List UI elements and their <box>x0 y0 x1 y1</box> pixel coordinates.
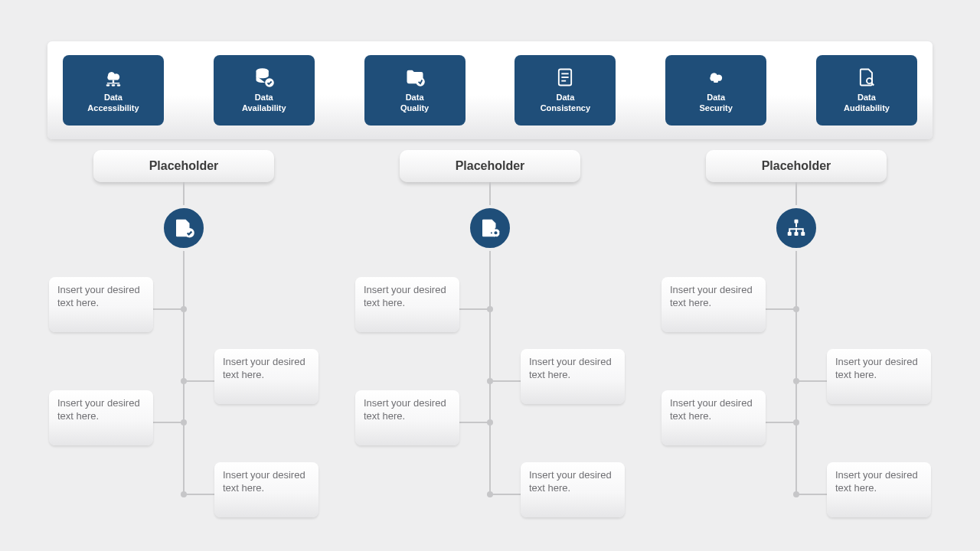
note-box: Insert your desired text here. <box>827 462 931 517</box>
connector-line <box>185 494 214 495</box>
column-title: Placeholder <box>706 150 887 182</box>
svg-rect-4 <box>107 83 119 83</box>
svg-point-13 <box>867 78 872 83</box>
document-list-icon <box>554 67 576 88</box>
note-box: Insert your desired text here. <box>355 390 459 445</box>
note-box: Insert your desired text here. <box>827 349 931 404</box>
cloud-lock-icon <box>705 67 727 88</box>
column-title: Placeholder <box>400 150 580 182</box>
column-2: Placeholder Insert your desired text her… <box>352 145 628 536</box>
category-label: DataAccessibility <box>87 93 139 114</box>
column-1: Placeholder Insert your desired text her… <box>46 145 322 536</box>
document-gear-icon <box>467 205 513 251</box>
category-label: DataSecurity <box>699 93 732 114</box>
cloud-network-icon <box>103 67 124 88</box>
svg-rect-0 <box>113 80 114 83</box>
category-data-security: DataSecurity <box>665 55 766 126</box>
category-data-availability: DataAvailability <box>214 55 315 126</box>
category-label: DataAuditability <box>844 93 890 114</box>
column-title: Placeholder <box>93 150 274 182</box>
note-box: Insert your desired text here. <box>662 390 766 445</box>
document-search-icon <box>856 67 877 88</box>
connector-line <box>153 422 182 423</box>
note-box: Insert your desired text here. <box>49 277 153 332</box>
document-check-icon <box>161 205 207 251</box>
connector-line <box>185 380 214 382</box>
category-data-auditability: DataAuditability <box>816 55 917 126</box>
connector-line <box>459 308 488 310</box>
connector-line <box>492 380 521 382</box>
note-box: Insert your desired text here. <box>521 349 625 404</box>
connector-line <box>766 308 795 310</box>
note-box: Insert your desired text here. <box>662 277 766 332</box>
category-data-accessibility: DataAccessibility <box>63 55 164 126</box>
connector-line <box>153 308 182 310</box>
connector-line <box>492 494 521 495</box>
category-label: DataConsistency <box>541 93 590 114</box>
connector-line <box>459 422 488 423</box>
note-box: Insert your desired text here. <box>214 349 318 404</box>
svg-rect-12 <box>714 80 718 83</box>
category-data-consistency: DataConsistency <box>514 55 616 126</box>
connector-line <box>766 422 795 423</box>
svg-rect-25 <box>801 232 805 236</box>
svg-point-7 <box>416 77 425 86</box>
svg-rect-1 <box>106 85 110 86</box>
note-box: Insert your desired text here. <box>49 390 153 445</box>
category-band: DataAccessibility DataAvailability DataQ… <box>47 41 933 139</box>
svg-rect-22 <box>795 220 799 223</box>
folder-arrow-icon <box>404 67 426 88</box>
svg-rect-3 <box>117 85 121 86</box>
note-box: Insert your desired text here. <box>214 462 318 517</box>
note-box: Insert your desired text here. <box>355 277 459 332</box>
svg-rect-2 <box>112 85 116 86</box>
category-label: DataAvailability <box>242 93 286 114</box>
connector-line <box>798 494 827 495</box>
category-data-quality: DataQuality <box>364 55 466 126</box>
svg-rect-23 <box>788 232 792 236</box>
connector-line <box>798 380 827 382</box>
category-label: DataQuality <box>400 93 429 114</box>
svg-point-17 <box>495 231 498 234</box>
database-check-icon <box>253 67 275 88</box>
note-box: Insert your desired text here. <box>521 462 625 517</box>
svg-rect-24 <box>795 232 799 236</box>
column-3: Placeholder Insert your desired text her… <box>658 145 934 536</box>
org-chart-icon <box>773 205 819 251</box>
columns-container: Placeholder Insert your desired text her… <box>46 145 934 536</box>
